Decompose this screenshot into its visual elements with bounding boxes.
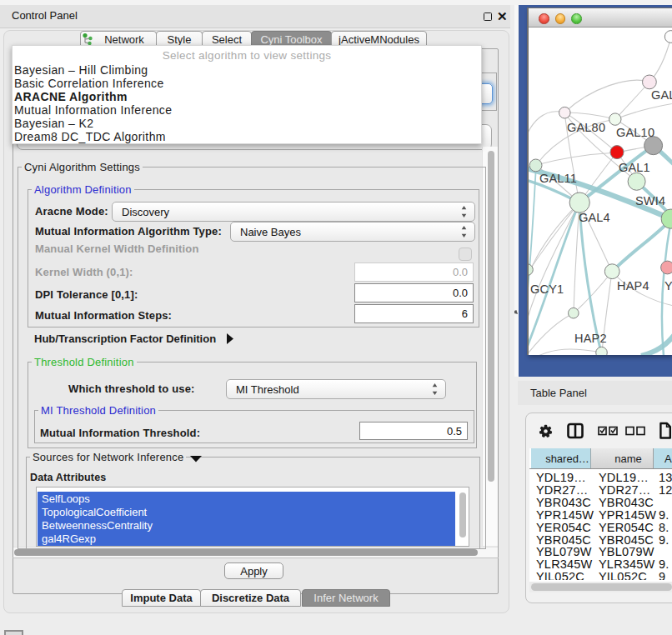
svg-text:GAL10: GAL10: [616, 126, 654, 139]
svg-text:GAL1: GAL1: [619, 161, 650, 174]
svg-text:GAL11: GAL11: [539, 172, 577, 185]
svg-text:YD: YD: [664, 279, 672, 292]
svg-text:HAP2: HAP2: [574, 332, 607, 345]
svg-text:GAL7: GAL7: [651, 88, 672, 102]
svg-text:GCY1: GCY1: [530, 282, 564, 296]
svg-text:SWI4: SWI4: [635, 194, 665, 208]
svg-text:GAL4: GAL4: [579, 211, 610, 224]
svg-text:HAP4: HAP4: [617, 279, 649, 292]
svg-text:GAL80: GAL80: [567, 121, 605, 134]
